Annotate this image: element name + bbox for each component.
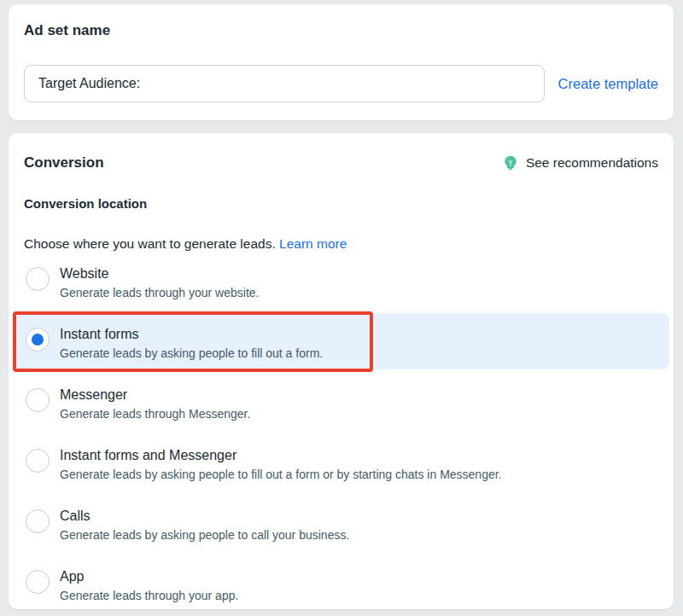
radio-app[interactable]: [26, 570, 50, 594]
learn-more-link[interactable]: Learn more: [279, 236, 347, 251]
option-instant-forms[interactable]: Instant forms Generate leads by asking p…: [13, 313, 669, 369]
option-website[interactable]: Website Generate leads through your webs…: [13, 253, 669, 309]
radio-instant-forms-and-messenger[interactable]: [26, 449, 50, 473]
conversion-location-options: Website Generate leads through your webs…: [13, 253, 669, 609]
option-messenger-description: Generate leads through Messenger.: [60, 407, 250, 421]
option-calls-label: Calls: [60, 508, 349, 525]
option-app[interactable]: App Generate leads through your app.: [13, 555, 669, 609]
option-messenger[interactable]: Messenger Generate leads through Messeng…: [13, 374, 669, 430]
option-instant-forms-and-messenger[interactable]: Instant forms and Messenger Generate lea…: [13, 434, 669, 491]
option-calls[interactable]: Calls Generate leads by asking people to…: [13, 495, 669, 551]
conversion-intro: Choose where you want to generate leads.…: [24, 236, 658, 252]
conversion-title: Conversion: [24, 154, 104, 171]
option-instant-forms-description: Generate leads by asking people to fill …: [60, 346, 323, 361]
lightbulb-icon: [502, 154, 519, 171]
radio-messenger[interactable]: [26, 388, 50, 412]
option-messenger-label: Messenger: [60, 386, 250, 404]
option-instant-forms-and-messenger-label: Instant forms and Messenger: [60, 447, 502, 464]
option-website-label: Website: [60, 265, 259, 282]
see-recommendations-button[interactable]: See recommendations: [502, 154, 658, 171]
ad-set-name-input[interactable]: [24, 65, 545, 102]
ad-set-name-row: Create template: [24, 65, 658, 102]
conversion-header: Conversion See recommendations: [24, 154, 658, 171]
radio-calls[interactable]: [26, 509, 50, 533]
option-app-description: Generate leads through your app.: [60, 589, 238, 603]
option-instant-forms-and-messenger-description: Generate leads by asking people to fill …: [60, 468, 502, 482]
conversion-card: Conversion See recommendations Conversio…: [9, 133, 674, 609]
option-instant-forms-label: Instant forms: [60, 326, 323, 343]
option-app-label: App: [60, 568, 238, 585]
intro-text: Choose where you want to generate leads.: [24, 236, 276, 251]
radio-website[interactable]: [26, 267, 50, 291]
create-template-link[interactable]: Create template: [558, 76, 658, 92]
ad-set-name-title: Ad set name: [24, 22, 658, 39]
see-recommendations-label: See recommendations: [526, 155, 658, 171]
option-website-description: Generate leads through your website.: [60, 286, 259, 300]
conversion-location-subtitle: Conversion location: [24, 196, 658, 211]
ad-set-name-card: Ad set name Create template: [9, 4, 674, 120]
option-calls-description: Generate leads by asking people to call …: [60, 528, 349, 543]
radio-instant-forms[interactable]: [26, 328, 50, 352]
